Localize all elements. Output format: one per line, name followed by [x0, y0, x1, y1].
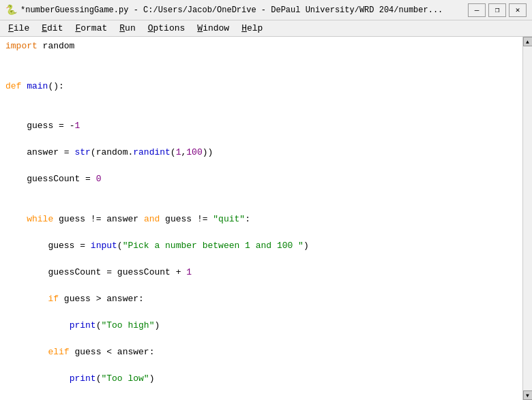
menu-format[interactable]: Format [70, 20, 113, 36]
close-button[interactable]: ✕ [509, 3, 527, 17]
scroll-up-button[interactable]: ▲ [523, 37, 533, 46]
restore-button[interactable]: ❐ [488, 3, 506, 17]
code-area[interactable]: import random def main(): guess = -1 ans… [0, 37, 532, 400]
editor: import random def main(): guess = -1 ans… [0, 37, 532, 400]
scrollbar[interactable]: ▲ ▼ [522, 37, 532, 400]
window-title: *numberGuessingGame.py - C:/Users/Jacob/… [20, 5, 443, 15]
code-content: import random def main(): guess = -1 ans… [5, 40, 527, 400]
menu-window[interactable]: Window [192, 20, 235, 36]
minimize-button[interactable]: — [468, 3, 486, 17]
title-left: 🐍 *numberGuessingGame.py - C:/Users/Jaco… [5, 5, 443, 16]
menu-help[interactable]: Help [236, 20, 268, 36]
menu-run[interactable]: Run [114, 20, 141, 36]
menu-edit[interactable]: Edit [36, 20, 68, 36]
scroll-down-button[interactable]: ▼ [523, 390, 533, 400]
title-bar: 🐍 *numberGuessingGame.py - C:/Users/Jaco… [0, 0, 532, 20]
menu-options[interactable]: Options [143, 20, 191, 36]
window-icon: 🐍 [5, 5, 16, 16]
menu-bar: File Edit Format Run Options Window Help [0, 20, 532, 37]
title-controls: — ❐ ✕ [468, 3, 527, 17]
menu-file[interactable]: File [3, 20, 35, 36]
